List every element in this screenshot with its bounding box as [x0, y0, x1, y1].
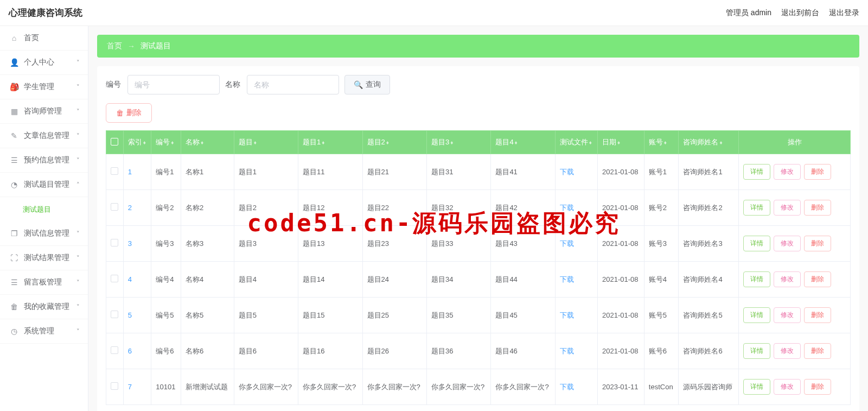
header-logout[interactable]: 退出登录 — [829, 8, 859, 18]
cell-t0: 题目4 — [234, 262, 298, 298]
download-link[interactable]: 下载 — [560, 275, 574, 283]
header-admin-label[interactable]: 管理员 admin — [726, 8, 771, 18]
delete-button[interactable]: 删除 — [804, 236, 831, 251]
edit-button[interactable]: 修改 — [774, 271, 801, 287]
sort-icon[interactable]: ♦ — [201, 140, 203, 146]
th-label: 索引 — [128, 138, 142, 146]
sort-icon[interactable]: ♦ — [589, 140, 592, 146]
download-link[interactable]: 下载 — [560, 204, 574, 212]
table-row: 6编号6名称6题目6题目16题目26题目36题目46下载2021-01-08账号… — [106, 333, 851, 369]
detail-button[interactable]: 详情 — [743, 164, 770, 180]
header-actions: 管理员 admin 退出到前台 退出登录 — [726, 8, 859, 18]
sidebar-item-7[interactable]: ❐测试信息管理˅ — [0, 222, 88, 246]
sort-icon[interactable]: ♦ — [143, 140, 146, 146]
sidebar-item-11[interactable]: ◷系统管理˅ — [0, 319, 88, 344]
filter-name-input[interactable] — [247, 75, 339, 94]
th-label: 编号 — [156, 138, 170, 146]
cell-account: 账号2 — [644, 190, 679, 226]
sidebar-item-3[interactable]: ▦咨询师管理˅ — [0, 99, 88, 124]
sort-icon[interactable]: ♦ — [664, 140, 667, 146]
bulk-delete-button[interactable]: 🗑 删除 — [106, 103, 152, 123]
detail-button[interactable]: 详情 — [743, 343, 770, 359]
cell-date: 2021-01-08 — [598, 298, 644, 333]
chevron-down-icon: ˅ — [76, 84, 80, 91]
cell-t1: 题目16 — [298, 333, 362, 369]
filter-code-input[interactable] — [127, 75, 220, 94]
sort-icon[interactable]: ♦ — [450, 140, 453, 146]
delete-button[interactable]: 删除 — [804, 271, 831, 287]
sort-icon[interactable]: ♦ — [386, 140, 389, 146]
bulk-delete-label: 删除 — [126, 108, 142, 118]
sidebar-item-0[interactable]: ⌂首页 — [0, 26, 88, 50]
cell-t4: 题目42 — [491, 190, 555, 226]
download-link[interactable]: 下载 — [560, 383, 574, 391]
delete-button[interactable]: 删除 — [804, 200, 831, 216]
header-exit-front[interactable]: 退出到前台 — [781, 8, 819, 18]
edit-button[interactable]: 修改 — [774, 200, 801, 216]
cell-name: 新增测试试题 — [181, 369, 234, 405]
delete-button[interactable]: 删除 — [804, 164, 831, 180]
edit-button[interactable]: 修改 — [774, 307, 801, 323]
delete-button[interactable]: 删除 — [804, 307, 831, 323]
detail-button[interactable]: 详情 — [743, 307, 770, 323]
main-content: 首页 → 测试题目 编号 名称 🔍 查询 🗑 删除 索引♦编号 — [88, 26, 868, 411]
detail-button[interactable]: 详情 — [743, 200, 770, 216]
sidebar-subitem-active[interactable]: 测试题目 — [0, 197, 88, 222]
sidebar-item-9[interactable]: ☰留言板管理˅ — [0, 270, 88, 295]
detail-button[interactable]: 详情 — [743, 271, 770, 287]
th-label: 题目4 — [495, 138, 513, 146]
row-checkbox[interactable] — [111, 239, 118, 246]
row-checkbox[interactable] — [111, 382, 118, 390]
download-link[interactable]: 下载 — [560, 311, 574, 319]
select-all-checkbox[interactable] — [111, 138, 118, 146]
chevron-down-icon: ˅ — [76, 279, 80, 286]
table-header-5: 题目1♦ — [298, 131, 362, 154]
row-checkbox[interactable] — [111, 203, 118, 211]
sidebar-item-10[interactable]: 🗑我的收藏管理˅ — [0, 295, 88, 319]
sort-icon[interactable]: ♦ — [254, 140, 257, 146]
download-link[interactable]: 下载 — [560, 239, 574, 248]
row-checkbox[interactable] — [111, 346, 118, 354]
sort-icon[interactable]: ♦ — [322, 140, 324, 146]
sort-icon[interactable]: ♦ — [617, 140, 620, 146]
edit-button[interactable]: 修改 — [774, 379, 801, 395]
delete-button[interactable]: 删除 — [804, 379, 831, 395]
menu-icon: ⛶ — [10, 254, 18, 262]
table-header-0 — [106, 131, 124, 154]
detail-button[interactable]: 详情 — [743, 236, 770, 251]
delete-button[interactable]: 删除 — [804, 343, 831, 359]
row-checkbox[interactable] — [111, 275, 118, 282]
breadcrumb-current: 测试题目 — [141, 41, 171, 51]
search-button[interactable]: 🔍 查询 — [344, 75, 390, 94]
cell-t1: 题目11 — [298, 154, 362, 190]
download-link[interactable]: 下载 — [560, 168, 574, 176]
breadcrumb: 首页 → 测试题目 — [97, 35, 859, 58]
detail-button[interactable]: 详情 — [743, 379, 770, 395]
sidebar-item-5[interactable]: ☰预约信息管理˅ — [0, 148, 88, 173]
sidebar-item-8[interactable]: ⛶测试结果管理˅ — [0, 246, 88, 270]
cell-index: 1 — [123, 154, 151, 190]
cell-ops: 详情修改删除 — [739, 190, 851, 226]
sidebar-item-6[interactable]: ◔测试题目管理˄ — [0, 173, 88, 197]
breadcrumb-home[interactable]: 首页 — [107, 41, 122, 51]
edit-button[interactable]: 修改 — [774, 343, 801, 359]
sidebar-item-1[interactable]: 👤个人中心˅ — [0, 50, 88, 75]
row-checkbox[interactable] — [111, 311, 118, 318]
cell-file: 下载 — [555, 226, 597, 262]
cell-code: 编号3 — [151, 226, 181, 262]
cell-index: 2 — [123, 190, 151, 226]
cell-t1: 题目14 — [298, 262, 362, 298]
table-row: 710101新增测试试题你多久回家一次?你多久回家一次?你多久回家一次?你多久回… — [106, 369, 851, 405]
sort-icon[interactable]: ♦ — [515, 140, 518, 146]
sidebar-item-2[interactable]: 🎒学生管理˅ — [0, 75, 88, 99]
chevron-down-icon: ˅ — [76, 157, 80, 164]
download-link[interactable]: 下载 — [560, 347, 574, 355]
sort-icon[interactable]: ♦ — [719, 140, 722, 146]
table-row: 2编号2名称2题目2题目12题目22题目32题目42下载2021-01-08账号… — [106, 190, 851, 226]
sidebar-item-4[interactable]: ✎文章信息管理˅ — [0, 124, 88, 148]
row-checkbox[interactable] — [111, 167, 118, 175]
menu-label: 我的收藏管理 — [24, 302, 69, 312]
edit-button[interactable]: 修改 — [774, 164, 801, 180]
edit-button[interactable]: 修改 — [774, 236, 801, 251]
sort-icon[interactable]: ♦ — [171, 140, 174, 146]
